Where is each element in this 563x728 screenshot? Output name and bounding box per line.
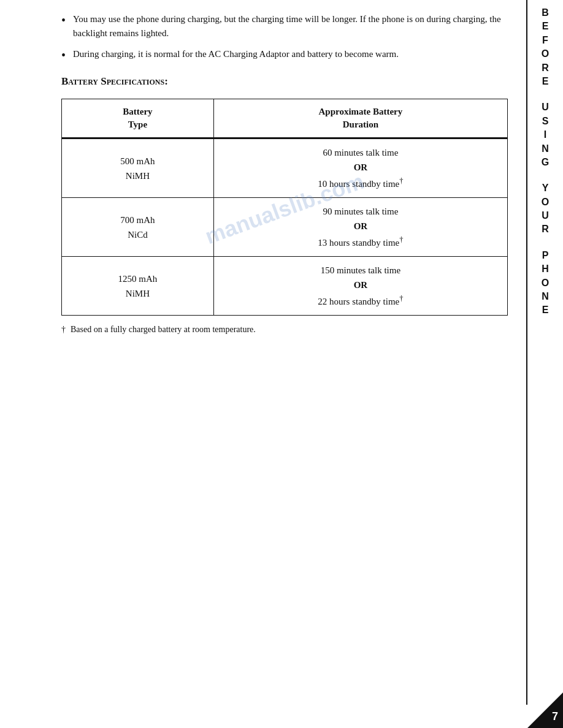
sidebar-letter-y: Y bbox=[542, 181, 549, 195]
table-cell-type-2: 700 mAhNiCd bbox=[62, 198, 214, 257]
sidebar-letter-o1: O bbox=[542, 47, 549, 61]
table-header-row: BatteryType Approximate BatteryDuration bbox=[62, 99, 508, 138]
bullet-text-2: During charging, it is normal for the AC… bbox=[73, 47, 399, 61]
table-header-duration: Approximate BatteryDuration bbox=[213, 99, 507, 138]
sidebar-letter-r: R bbox=[542, 61, 549, 75]
sidebar-letter-b: B bbox=[542, 6, 549, 20]
sidebar-letter-g: G bbox=[542, 156, 549, 169]
sidebar-letter-f: F bbox=[542, 34, 548, 47]
bullet-icon: • bbox=[61, 12, 66, 28]
page-number: 7 bbox=[552, 710, 558, 723]
sidebar-letter-o3: O bbox=[542, 276, 549, 290]
sidebar-letter-u: U bbox=[542, 100, 549, 114]
footnote-symbol: † bbox=[61, 325, 66, 335]
sidebar-letter-u2: U bbox=[542, 209, 549, 222]
sidebar-letter-e2: E bbox=[542, 75, 549, 88]
table-row: 700 mAhNiCd 90 minutes talk timeOR13 hou… bbox=[62, 198, 508, 257]
footnote-text: Based on a fully charged battery at room… bbox=[71, 325, 256, 335]
list-item: • During charging, it is normal for the … bbox=[61, 47, 508, 63]
sidebar: B E F O R E U S I N G Y O U R P H O N E bbox=[526, 0, 563, 705]
list-item: • You may use the phone during charging,… bbox=[61, 12, 508, 40]
bullet-icon: • bbox=[61, 47, 66, 63]
sidebar-letter-s: S bbox=[542, 115, 549, 128]
battery-table: BatteryType Approximate BatteryDuration … bbox=[61, 99, 508, 316]
page: • You may use the phone during charging,… bbox=[0, 0, 563, 728]
page-number-container: 7 bbox=[526, 692, 563, 728]
table-cell-type-1: 500 mAhNiMH bbox=[62, 138, 214, 198]
table-cell-duration-1: 60 minutes talk timeOR10 hours standby t… bbox=[213, 138, 507, 198]
sidebar-letters: B E F O R E U S I N G Y O U R P H O N E bbox=[542, 0, 549, 317]
sidebar-letter-e1: E bbox=[542, 20, 549, 33]
table-cell-duration-3: 150 minutes talk timeOR22 hours standby … bbox=[213, 257, 507, 316]
table-cell-type-3: 1250 mAhNiMH bbox=[62, 257, 214, 316]
footnote: † Based on a fully charged battery at ro… bbox=[61, 325, 508, 335]
table-row: 1250 mAhNiMH 150 minutes talk timeOR22 h… bbox=[62, 257, 508, 316]
main-content: • You may use the phone during charging,… bbox=[37, 0, 526, 347]
battery-specifications-heading: Battery Specifications: bbox=[61, 75, 508, 88]
bullet-text-1: You may use the phone during charging, b… bbox=[73, 12, 508, 40]
table-header-battery-type: BatteryType bbox=[62, 99, 214, 138]
table-row: 500 mAhNiMH 60 minutes talk timeOR10 hou… bbox=[62, 138, 508, 198]
sidebar-letter-p: P bbox=[542, 249, 549, 262]
table-cell-duration-2: 90 minutes talk timeOR13 hours standby t… bbox=[213, 198, 507, 257]
sidebar-letter-n2: N bbox=[542, 290, 549, 303]
sidebar-letter-e3: E bbox=[542, 303, 549, 317]
bullet-section: • You may use the phone during charging,… bbox=[61, 12, 508, 63]
sidebar-letter-h: H bbox=[542, 262, 549, 276]
sidebar-letter-r2: R bbox=[542, 222, 549, 236]
sidebar-letter-i: I bbox=[544, 128, 546, 142]
sidebar-letter-n: N bbox=[542, 142, 549, 156]
sidebar-letter-o2: O bbox=[542, 195, 549, 209]
